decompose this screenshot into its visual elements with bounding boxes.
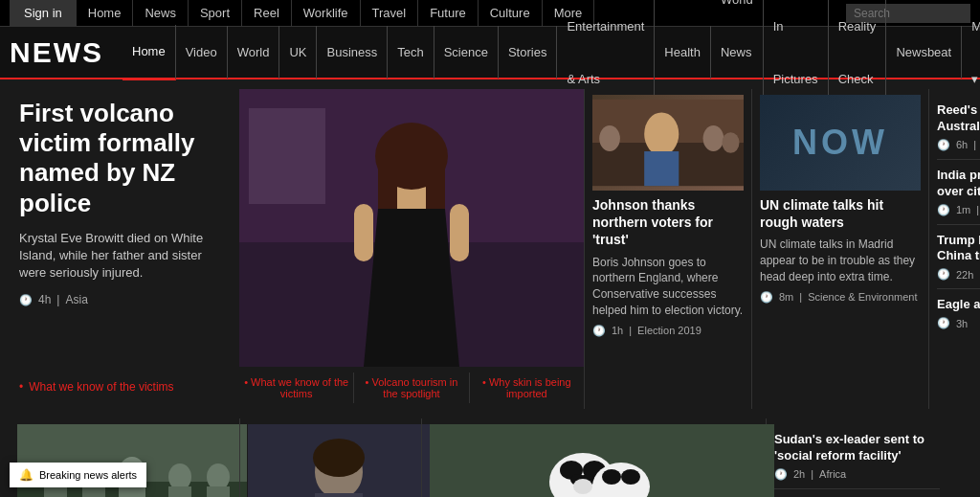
time: 22h bbox=[956, 269, 973, 281]
svg-rect-12 bbox=[644, 151, 679, 186]
time: 3h bbox=[956, 318, 968, 329]
pandas-column: 1:23 Pandas, snakes and skiing Santas Wa… bbox=[421, 418, 766, 497]
svg-rect-2 bbox=[249, 108, 325, 204]
time: 2h bbox=[793, 468, 805, 480]
sub-captions: What we know of the victims Volcano tour… bbox=[239, 367, 584, 409]
right-sidebar: Reed's caddie 'shoved' fan in Australia … bbox=[928, 89, 980, 409]
separator: | bbox=[811, 468, 813, 480]
svg-rect-8 bbox=[450, 204, 469, 261]
climate-time: 8m bbox=[779, 291, 793, 303]
svg-point-40 bbox=[602, 469, 621, 485]
separator: | bbox=[56, 293, 59, 306]
subnav-business[interactable]: Business bbox=[317, 26, 388, 79]
clock-icon: 🕐 bbox=[937, 268, 950, 281]
list-story-2: Trump halts new tariffs in US China trad… bbox=[937, 225, 980, 290]
boris-meta: 🕐 1h | Election 2019 bbox=[592, 325, 744, 337]
far-right-col1: Sudan's ex-leader sent to 'social reform… bbox=[766, 418, 947, 497]
sign-in-link[interactable]: Sign in bbox=[10, 0, 77, 27]
climate-image: NOW bbox=[760, 95, 921, 191]
svg-rect-21 bbox=[82, 486, 105, 497]
svg-point-15 bbox=[722, 132, 739, 153]
subnav-video[interactable]: Video bbox=[176, 26, 228, 79]
separator: | bbox=[629, 325, 632, 336]
far-right-0-meta: 🕐 2h | Africa bbox=[774, 468, 940, 481]
sub-caption-1[interactable]: What we know of the victims bbox=[239, 373, 354, 403]
far-right-story-1: Australia could see hottest day on recor… bbox=[774, 489, 940, 497]
svg-rect-27 bbox=[207, 486, 230, 497]
climate-title[interactable]: UN climate talks hit rough waters bbox=[760, 196, 921, 231]
headline-time: 4h bbox=[38, 293, 51, 306]
boris-description: Boris Johnson goes to northern England, … bbox=[592, 255, 744, 319]
svg-point-41 bbox=[621, 469, 640, 485]
svg-point-14 bbox=[703, 125, 724, 151]
subnav-tech[interactable]: Tech bbox=[388, 26, 434, 79]
climate-column: NOW UN climate talks hit rough waters UN… bbox=[751, 89, 928, 409]
far-right-0-title[interactable]: Sudan's ex-leader sent to 'social reform… bbox=[774, 432, 940, 464]
clock-icon: 🕐 bbox=[937, 204, 950, 216]
climate-meta: 🕐 8m | Science & Environment bbox=[760, 291, 921, 304]
notification-bar[interactable]: 🔔 Breaking news alerts bbox=[10, 463, 146, 487]
now-label: NOW bbox=[792, 123, 888, 163]
pandas-story-card: 1:23 Pandas, snakes and skiing Santas Wa… bbox=[430, 424, 758, 497]
tag[interactable]: Africa bbox=[819, 468, 846, 480]
list-story-0-title[interactable]: Reed's caddie 'shoved' fan in Australia bbox=[937, 102, 980, 135]
separator: | bbox=[976, 204, 979, 215]
notification-icon: 🔔 bbox=[19, 468, 33, 482]
sub-caption-3[interactable]: Why skin is being imported bbox=[470, 373, 584, 403]
headline-meta: 🕐 4h | Asia bbox=[19, 293, 230, 306]
subnav-science[interactable]: Science bbox=[434, 26, 499, 79]
center-image-column: What we know of the victims Volcano tour… bbox=[239, 89, 584, 409]
notification-text: Breaking news alerts bbox=[39, 468, 137, 482]
list-story-2-title[interactable]: Trump halts new tariffs in US China trad… bbox=[937, 233, 980, 265]
headline-column: First volcano victim formally named by N… bbox=[10, 89, 239, 409]
list-story-1-title[interactable]: India protesters block roads over citize… bbox=[937, 168, 980, 200]
svg-point-24 bbox=[168, 463, 191, 490]
list-story-1: India protesters block roads over citize… bbox=[937, 160, 980, 225]
list-story-0: Reed's caddie 'shoved' fan in Australia … bbox=[937, 95, 980, 160]
svg-point-26 bbox=[207, 463, 230, 490]
crypto-story-card: Lawyers want cryptocurrency Quadriga fou… bbox=[248, 424, 413, 497]
svg-rect-19 bbox=[44, 486, 67, 497]
time: 1m bbox=[956, 204, 970, 215]
boris-story-svg bbox=[592, 95, 744, 191]
crypto-svg bbox=[248, 424, 430, 497]
subnav-world[interactable]: World bbox=[228, 26, 280, 79]
subnav-home[interactable]: Home bbox=[122, 25, 176, 80]
news-logo: NEWS bbox=[10, 36, 103, 69]
crypto-column: Lawyers want cryptocurrency Quadriga fou… bbox=[239, 418, 421, 497]
sub-link-1[interactable]: What we know of the victims bbox=[19, 380, 230, 394]
headline-title[interactable]: First volcano victim formally named by N… bbox=[19, 99, 230, 218]
subnav-stories[interactable]: Stories bbox=[499, 26, 557, 79]
clock-icon: 🕐 bbox=[937, 139, 950, 151]
clock-icon: 🕐 bbox=[19, 294, 33, 306]
clock-icon: 🕐 bbox=[592, 325, 606, 337]
svg-point-38 bbox=[573, 479, 592, 494]
svg-point-31 bbox=[313, 439, 365, 477]
list-story-3-meta: 🕐 3h bbox=[937, 317, 980, 329]
clock-icon: 🕐 bbox=[937, 317, 950, 329]
subnav-newsbeat[interactable]: Newsbeat bbox=[886, 26, 962, 79]
subnav-uk[interactable]: UK bbox=[279, 26, 317, 79]
headline-tag[interactable]: Asia bbox=[65, 293, 87, 306]
climate-story-card: NOW UN climate talks hit rough waters UN… bbox=[760, 95, 921, 304]
sub-caption-2[interactable]: Volcano tourism in the spotlight bbox=[354, 373, 469, 403]
list-story-3-title[interactable]: Eagle attacks octopus bbox=[937, 297, 980, 313]
sub-links: What we know of the victims bbox=[19, 380, 230, 399]
climate-tag[interactable]: Science & Environment bbox=[808, 291, 917, 303]
center-story-image bbox=[239, 89, 584, 367]
boris-title[interactable]: Johnson thanks northern voters for 'trus… bbox=[592, 196, 744, 249]
sub-navigation: NEWS Home Video World UK Business Tech S… bbox=[0, 27, 980, 79]
separator: | bbox=[973, 139, 976, 150]
boris-time: 1h bbox=[612, 325, 623, 336]
crypto-image bbox=[248, 424, 413, 497]
list-story-1-meta: 🕐 1m | India bbox=[937, 204, 980, 216]
main-content-row2: N Korea conducts 'crucial test' - state … bbox=[0, 418, 980, 497]
climate-description: UN climate talks in Madrid appear to be … bbox=[760, 237, 921, 284]
clock-icon: 🕐 bbox=[774, 468, 788, 481]
boris-tag[interactable]: Election 2019 bbox=[637, 325, 702, 336]
svg-point-11 bbox=[644, 112, 679, 155]
boris-image bbox=[592, 95, 744, 191]
main-content-row1: First volcano victim formally named by N… bbox=[0, 79, 980, 418]
pandas-svg bbox=[430, 424, 774, 497]
subnav-health[interactable]: Health bbox=[655, 26, 711, 79]
